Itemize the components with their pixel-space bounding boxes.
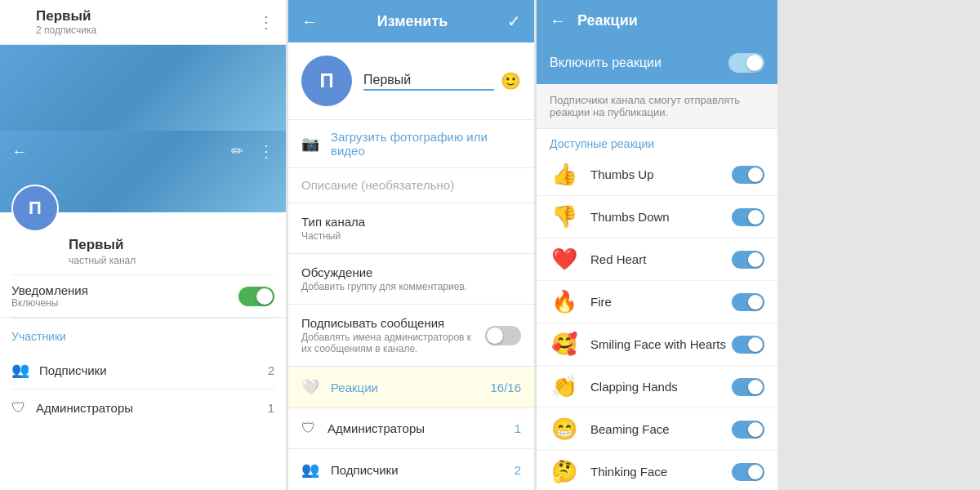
enable-reactions-label: Включить реакции	[550, 56, 662, 70]
camera-icon: 📷	[301, 135, 319, 153]
subscribers-left-middle: 👥 Подписчики	[301, 461, 399, 479]
admins-row[interactable]: 🛡 Администраторы 1	[0, 390, 286, 426]
reaction-toggle-3[interactable]	[732, 293, 764, 311]
admins-left: 🛡 Администраторы	[11, 399, 133, 416]
reaction-row[interactable]: 🔥 Fire	[537, 281, 777, 323]
right-back-button[interactable]: ←	[550, 11, 566, 30]
reaction-left-7: 🤔 Thinking Face	[550, 459, 667, 484]
panel1-title: Первый	[36, 8, 258, 24]
reaction-emoji-0: 👍	[550, 162, 579, 187]
panel-middle-header: ← Изменить ✓	[288, 0, 534, 42]
channel-name: Первый	[69, 237, 274, 253]
subscribers-row[interactable]: 👥 Подписчики 2	[0, 351, 286, 389]
discussion-row[interactable]: Обсуждение Добавить группу для комментар…	[288, 254, 534, 305]
panel1-top-card: ← Первый 2 подписчика ⋮	[0, 0, 286, 45]
reactions-row[interactable]: 🤍 Реакции 16/16	[288, 367, 534, 408]
description-row[interactable]: Описание (необязательно)	[288, 168, 534, 203]
reaction-row[interactable]: ❤️ Red Heart	[537, 238, 777, 281]
panel-right-header: ← Реакции	[537, 0, 777, 42]
reaction-toggle-1[interactable]	[732, 208, 764, 226]
reaction-toggle-0[interactable]	[732, 166, 764, 184]
avatar: П	[11, 185, 59, 232]
panel1-menu-button[interactable]: ⋮	[258, 12, 274, 32]
panel1-banner	[0, 45, 286, 131]
edit-button[interactable]: ✏	[228, 139, 247, 163]
reaction-emoji-6: 😁	[550, 416, 579, 442]
panel1-card2-icons: ← ✏ ⋮	[11, 139, 274, 163]
panel-left: ← Первый 2 подписчика ⋮ ← ✏ ⋮ П Первый ч…	[0, 0, 286, 490]
middle-check-button[interactable]: ✓	[507, 11, 521, 31]
panel1-card2-header: ← ✏ ⋮ П	[0, 131, 286, 212]
reaction-emoji-7: 🤔	[550, 459, 579, 484]
subscribers-row-middle[interactable]: 👥 Подписчики 2	[288, 449, 534, 490]
panel1-title-group: Первый 2 подписчика	[28, 8, 258, 36]
reaction-emoji-3: 🔥	[550, 289, 579, 314]
reactions-list: 👍 Thumbs Up 👎 Thumbs Down ❤️ Red Heart 🔥…	[537, 154, 777, 490]
enable-reactions-toggle[interactable]	[728, 53, 764, 73]
reaction-left-4: 🥰 Smiling Face with Hearts	[550, 332, 726, 357]
reaction-row[interactable]: 👏 Clapping Hands	[537, 366, 777, 408]
sign-messages-label: Подписывать сообщения	[301, 316, 477, 330]
notifications-info: Уведомления Включены	[11, 283, 88, 309]
reaction-name-4: Smiling Face with Hearts	[590, 337, 726, 351]
panel1-card2-menu-button[interactable]: ⋮	[258, 139, 274, 163]
notifications-row[interactable]: Уведомления Включены	[0, 275, 286, 318]
panel1-card2: ← ✏ ⋮ П Первый частный канал Уведомления…	[0, 131, 286, 490]
reaction-row[interactable]: 🥰 Smiling Face with Hearts	[537, 323, 777, 366]
admins-count: 1	[268, 401, 274, 415]
avatar-input-row: П 🙂	[288, 42, 534, 120]
edit-avatar[interactable]: П	[301, 56, 352, 106]
sign-messages-info: Подписывать сообщения Добавлять имена ад…	[301, 316, 485, 354]
sign-messages-row[interactable]: Подписывать сообщения Добавлять имена ад…	[288, 305, 534, 367]
reaction-toggle-2[interactable]	[732, 251, 764, 269]
admins-label-middle: Администраторы	[327, 421, 425, 435]
notifications-label: Уведомления	[11, 283, 88, 297]
reaction-toggle-5[interactable]	[732, 378, 764, 396]
name-input-area: 🙂	[363, 71, 521, 91]
reaction-left-0: 👍 Thumbs Up	[550, 162, 654, 187]
discussion-label: Обсуждение	[301, 265, 467, 279]
admins-row-middle[interactable]: 🛡 Администраторы 1	[288, 408, 534, 449]
reaction-name-2: Red Heart	[590, 252, 646, 266]
members-section: Участники	[0, 318, 286, 351]
middle-back-button[interactable]: ←	[301, 12, 318, 31]
panel1-card2-back-button[interactable]: ←	[11, 142, 28, 161]
emoji-button[interactable]: 🙂	[501, 71, 521, 91]
notifications-toggle[interactable]	[238, 287, 274, 306]
reaction-name-7: Thinking Face	[590, 465, 667, 479]
reaction-left-6: 😁 Beaming Face	[550, 416, 670, 442]
name-input[interactable]	[363, 71, 494, 91]
upload-row[interactable]: 📷 Загрузить фотографию или видео	[288, 120, 534, 168]
panel1-card2-right-icons: ✏ ⋮	[228, 139, 274, 163]
reaction-toggle-4[interactable]	[732, 336, 764, 354]
reaction-emoji-5: 👏	[550, 374, 579, 399]
channel-type-row[interactable]: Тип канала Частный	[288, 203, 534, 254]
sign-messages-toggle[interactable]	[485, 326, 521, 345]
reactions-label: Реакции	[331, 381, 378, 394]
sign-messages-sub: Добавлять имена администраторов к их соо…	[301, 332, 477, 354]
reaction-toggle-7[interactable]	[732, 463, 764, 481]
panel1-back-button[interactable]: ←	[11, 13, 28, 32]
admins-count-middle: 1	[514, 421, 521, 435]
reactions-left: 🤍 Реакции	[301, 378, 378, 396]
reaction-toggle-6[interactable]	[732, 421, 764, 439]
users-icon: 👥	[11, 361, 29, 379]
subscribers-count: 2	[268, 363, 274, 377]
reaction-emoji-1: 👎	[550, 204, 579, 229]
channel-type: частный канал	[69, 255, 274, 266]
reaction-row[interactable]: 🤔 Thinking Face	[537, 451, 777, 490]
notifications-sub: Включены	[11, 297, 88, 309]
reaction-left-3: 🔥 Fire	[550, 289, 612, 314]
channel-type-value: Частный	[301, 230, 365, 242]
reaction-row[interactable]: 👎 Thumbs Down	[537, 196, 777, 238]
reactions-count: 16/16	[490, 381, 521, 394]
admin-icon: 🛡	[11, 399, 26, 416]
reaction-name-1: Thumbs Down	[590, 210, 670, 224]
subscribers-label: Подписчики	[39, 363, 107, 377]
channel-type-label: Тип канала	[301, 215, 365, 229]
reaction-row[interactable]: 👍 Thumbs Up	[537, 154, 777, 196]
middle-title: Изменить	[318, 13, 507, 30]
reaction-row[interactable]: 😁 Beaming Face	[537, 408, 777, 451]
discussion-sub: Добавить группу для комментариев.	[301, 281, 467, 292]
enable-reactions-row[interactable]: Включить реакции	[537, 42, 777, 84]
